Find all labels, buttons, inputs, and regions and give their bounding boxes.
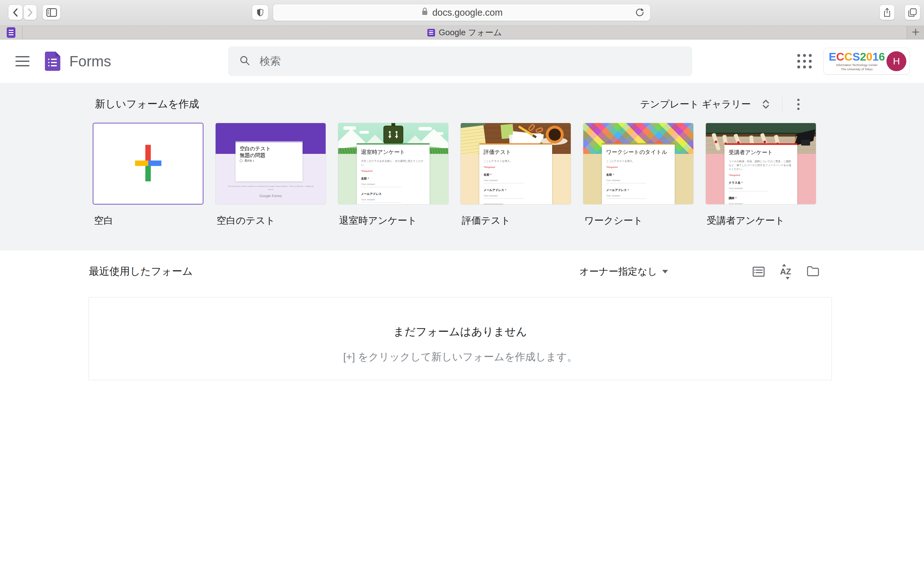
browser-back-button[interactable] bbox=[8, 5, 23, 20]
recent-section-title: 最近使用したフォーム bbox=[89, 264, 193, 279]
main-menu-button[interactable] bbox=[15, 56, 29, 66]
forms-app-header: Forms ECCS2016 Information Technology Ce… bbox=[0, 39, 924, 83]
sidebar-toggle-button[interactable] bbox=[43, 5, 60, 20]
template-card-worksheet[interactable]: ワークシートのタイトル ここにテキストを挿入。 *Required 名前* Yo… bbox=[583, 123, 694, 227]
caret-down-icon bbox=[662, 270, 668, 274]
search-input[interactable] bbox=[259, 55, 682, 68]
share-button[interactable] bbox=[880, 5, 895, 20]
template-gallery-button[interactable]: テンプレート ギャラリー bbox=[640, 98, 751, 111]
google-apps-grid-icon[interactable] bbox=[797, 54, 812, 69]
course-survey-thumbnail: 受講者アンケート コースの構成、内容、講師についてのご意見・ご感想など、修了した… bbox=[706, 123, 816, 205]
chevron-right-icon bbox=[27, 8, 34, 17]
hiking-sign bbox=[383, 126, 403, 143]
exit-survey-thumbnail: 退室時アンケート 今日このクラスを出る前に、次の質問に答えてください。 *Req… bbox=[338, 123, 449, 205]
share-icon bbox=[883, 7, 891, 18]
reload-icon[interactable] bbox=[635, 7, 645, 18]
empty-state-panel: まだフォームはありません [+] をクリックして新しいフォームを作成します。 bbox=[89, 297, 832, 380]
empty-state-hint: [+] をクリックして新しいフォームを作成します。 bbox=[89, 350, 832, 364]
template-options-menu[interactable] bbox=[795, 97, 801, 112]
chevron-left-icon bbox=[12, 8, 19, 17]
template-card-course-survey[interactable]: 受講者アンケート コースの構成、内容、講師についてのご意見・ご感想など、修了した… bbox=[706, 123, 816, 227]
tab-google-forms[interactable]: Google フォーム bbox=[23, 26, 907, 39]
browser-tab-bar: Google フォーム bbox=[0, 26, 924, 39]
template-cards-row: 空白 空白のテスト 無題の問題 選択肢 1 This content is ne… bbox=[93, 123, 816, 227]
org-name: Information Technology Center The Univer… bbox=[829, 63, 885, 71]
template-section: 新しいフォームを作成 テンプレート ギャラリー 空白 bbox=[0, 83, 924, 250]
avatar[interactable]: H bbox=[887, 51, 906, 71]
forms-favicon bbox=[427, 29, 435, 37]
open-file-picker-button[interactable] bbox=[806, 266, 819, 277]
google-plus-icon bbox=[135, 145, 162, 181]
browser-forward-button[interactable] bbox=[24, 5, 37, 20]
sidebar-icon bbox=[46, 8, 57, 17]
browser-toolbar: docs.google.com bbox=[0, 0, 924, 26]
search-bar[interactable] bbox=[228, 47, 692, 76]
template-card-assessment[interactable]: 評価テスト ここにテキストを挿入。 *Required 名前* Your ans… bbox=[460, 123, 571, 227]
template-section-title: 新しいフォームを作成 bbox=[95, 97, 199, 111]
owner-filter-dropdown[interactable]: オーナー指定なし bbox=[580, 265, 668, 278]
account-card[interactable]: ECCS2016 Information Technology Center T… bbox=[823, 48, 910, 75]
blank-quiz-thumbnail: 空白のテスト 無題の問題 選択肢 1 This content is neith… bbox=[215, 123, 326, 205]
new-tab-button[interactable] bbox=[907, 26, 924, 39]
app-title: Forms bbox=[69, 53, 111, 70]
template-card-exit-survey[interactable]: 退室時アンケート 今日このクラスを出る前に、次の質問に答えてください。 *Req… bbox=[338, 123, 449, 227]
empty-state-title: まだフォームはありません bbox=[89, 324, 832, 339]
sort-button[interactable]: AZ bbox=[779, 265, 792, 279]
template-card-blank[interactable]: 空白 bbox=[93, 123, 204, 227]
tab-title: Google フォーム bbox=[439, 27, 502, 38]
assessment-thumbnail: 評価テスト ここにテキストを挿入。 *Required 名前* Your ans… bbox=[460, 123, 571, 205]
address-bar[interactable]: docs.google.com bbox=[273, 4, 650, 21]
pinned-tab-forms[interactable] bbox=[0, 26, 23, 39]
forms-logo-icon[interactable] bbox=[45, 52, 60, 71]
url-text: docs.google.com bbox=[432, 7, 502, 18]
tabs-icon bbox=[908, 8, 917, 17]
list-view-icon bbox=[753, 267, 764, 277]
sort-az-icon: AZ bbox=[779, 265, 792, 279]
tab-overview-button[interactable] bbox=[905, 5, 920, 20]
plus-icon bbox=[911, 28, 920, 37]
safari-window: docs.google.com bbox=[0, 0, 924, 577]
blank-form-thumbnail bbox=[93, 123, 204, 205]
template-card-blank-quiz[interactable]: 空白のテスト 無題の問題 選択肢 1 This content is neith… bbox=[215, 123, 326, 227]
shield-icon bbox=[256, 8, 264, 17]
folder-icon bbox=[806, 266, 819, 277]
worksheet-thumbnail: ワークシートのタイトル ここにテキストを挿入。 *Required 名前* Yo… bbox=[583, 123, 694, 205]
list-view-button[interactable] bbox=[753, 267, 764, 277]
privacy-report-button[interactable] bbox=[252, 5, 268, 20]
eccs-logo: ECCS2016 Information Technology Center T… bbox=[829, 51, 885, 71]
unfold-more-icon[interactable] bbox=[760, 98, 771, 111]
coffee-cup bbox=[546, 126, 564, 143]
search-icon bbox=[239, 55, 250, 68]
lock-icon bbox=[421, 7, 429, 19]
forms-favicon bbox=[7, 27, 15, 38]
recent-forms-section: 最近使用したフォーム オーナー指定なし AZ bbox=[0, 250, 924, 577]
